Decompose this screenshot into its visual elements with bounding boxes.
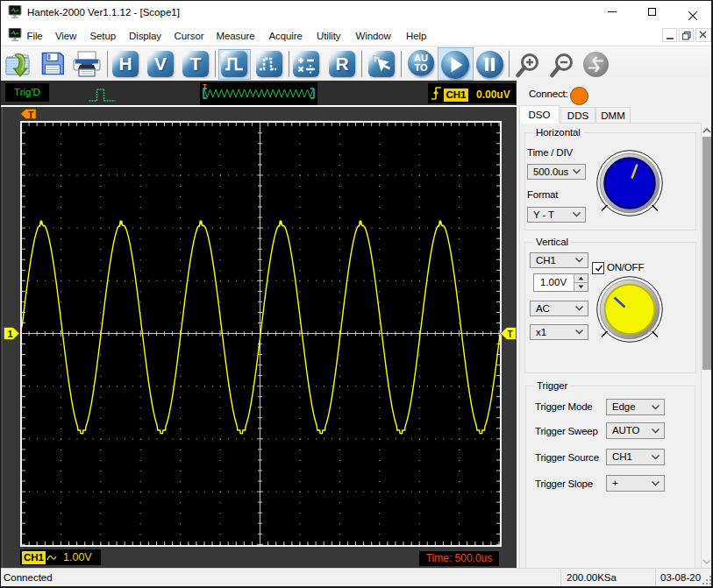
svg-text:T: T	[508, 329, 513, 339]
svg-text:1: 1	[8, 329, 13, 339]
svg-text:T: T	[28, 110, 33, 120]
